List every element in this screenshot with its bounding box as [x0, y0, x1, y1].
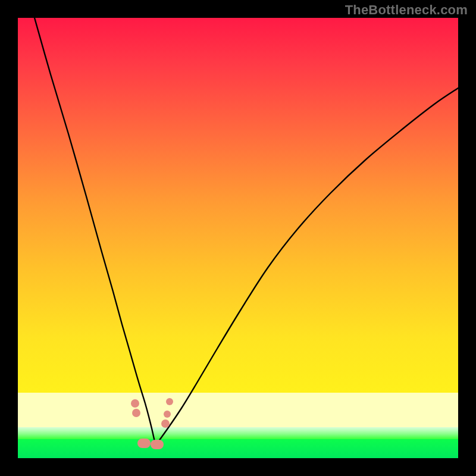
- curve-left-branch: [35, 18, 156, 445]
- chart-stage: TheBottleneck.com: [0, 0, 476, 476]
- bottleneck-curve: [18, 18, 458, 458]
- data-marker: [137, 439, 151, 448]
- data-marker: [164, 411, 171, 418]
- data-marker: [166, 398, 173, 405]
- data-marker: [151, 440, 164, 449]
- watermark-label: TheBottleneck.com: [345, 2, 468, 18]
- data-marker: [132, 409, 140, 417]
- data-marker: [131, 399, 139, 408]
- curve-right-branch: [156, 88, 458, 445]
- plot-area: [18, 18, 458, 458]
- data-marker: [161, 419, 170, 428]
